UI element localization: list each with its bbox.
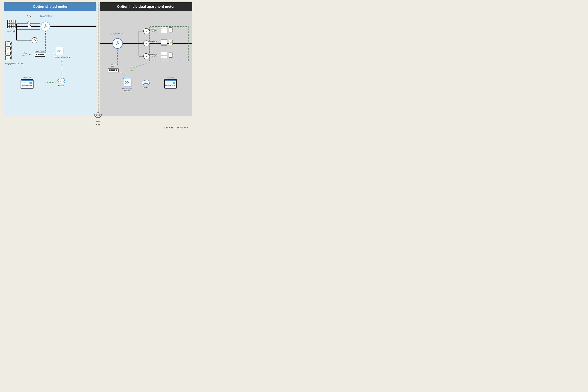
right-network-switch: NetworkSwitch	[108, 64, 119, 73]
svg-text:⚡: ⚡	[170, 29, 172, 31]
chargepilot-meter-label-right: ChargePilot Meter	[110, 33, 123, 34]
apartments-label: Apartments	[7, 30, 16, 32]
svg-rect-70	[26, 85, 28, 86]
svg-text:⚡: ⚡	[6, 57, 9, 60]
svg-point-85	[144, 28, 149, 34]
svg-line-10	[43, 26, 47, 28]
network-switch-icon-left	[34, 52, 46, 57]
svg-rect-136	[165, 82, 170, 83]
right-chargepilot-label: ChargePilot Meter	[110, 33, 123, 34]
chargepilot-meter-label-left: ChargePilot Meter	[40, 15, 52, 17]
grid-label: Grid	[96, 124, 100, 126]
apt2-row: Apartment 2Charging Point 2 ⚡	[149, 39, 174, 46]
svg-text:1: 1	[61, 80, 62, 82]
left-smart-controller: Smart Charging Controller	[55, 46, 71, 58]
svg-rect-69	[24, 85, 26, 86]
right-body: ChargePilot Meter Apartment 1Charging Po…	[100, 11, 192, 116]
apt2-building-icon	[161, 39, 167, 46]
svg-rect-28	[10, 22, 12, 23]
meter-dial-3	[28, 14, 31, 18]
monitoring-label-left: Monitoring	[20, 77, 34, 78]
apt1-label: Apartment 1Charging Point 1	[149, 28, 160, 32]
svg-rect-44	[10, 43, 11, 45]
svg-line-6	[32, 40, 36, 42]
divider	[98, 2, 98, 116]
apt1-row: Apartment 1Charging Point 1 ⚡	[149, 27, 174, 34]
building-icon	[7, 19, 16, 29]
svg-point-9	[41, 22, 50, 31]
tablet-icon-right	[164, 79, 177, 89]
left-charging-stations: ⚡ ⚡ ⚡ ⚡	[5, 42, 23, 65]
svg-rect-68	[22, 85, 24, 86]
svg-rect-58	[40, 54, 42, 55]
svg-rect-60	[55, 47, 63, 55]
svg-rect-134	[165, 80, 176, 82]
svg-rect-30	[8, 24, 10, 24]
cloud-icon-right: 1	[142, 78, 150, 85]
backend-label-left: Backend	[57, 85, 66, 86]
svg-rect-63	[22, 80, 32, 82]
svg-rect-72	[30, 85, 32, 86]
left-apartments: Apartments	[7, 19, 16, 32]
apt3-row: Apartment 3Charging Point 3 ⚡	[149, 52, 174, 58]
svg-point-89	[144, 54, 149, 59]
svg-text:⚡: ⚡	[6, 52, 9, 55]
svg-rect-142	[172, 86, 173, 86]
svg-rect-140	[168, 85, 169, 86]
svg-line-94	[127, 62, 150, 70]
svg-rect-124	[111, 70, 113, 71]
svg-line-86	[145, 31, 147, 32]
smart-controller-icon-left	[55, 46, 64, 55]
smart-controller-label-left: Smart Charging Controller	[55, 56, 71, 58]
apt3-building-icon	[161, 52, 167, 58]
monitoring-label-right: Monitoring	[164, 77, 177, 78]
svg-line-18	[34, 82, 57, 83]
apt1-building-icon	[161, 27, 167, 34]
svg-rect-50	[10, 52, 11, 54]
svg-text:⚡: ⚡	[6, 47, 9, 50]
svg-rect-47	[10, 47, 11, 50]
svg-rect-137	[165, 83, 169, 84]
svg-rect-59	[42, 54, 44, 55]
smart-controller-icon-right	[123, 78, 132, 86]
apt2-charger-icon: ⚡	[168, 40, 174, 46]
main-container: Option shared meter	[4, 2, 192, 116]
right-monitoring: Monitoring	[164, 77, 177, 90]
svg-point-64	[29, 82, 32, 84]
meter-dial-2	[28, 24, 31, 29]
svg-rect-143	[174, 85, 175, 86]
svg-text:1: 1	[145, 82, 146, 84]
right-backend: 1 Backend	[142, 78, 150, 88]
network-switch-label-left: Network Switch	[34, 50, 46, 52]
smart-controller-label-right: Smart ChargingController	[122, 88, 132, 91]
svg-rect-121	[173, 54, 174, 56]
svg-point-5	[32, 38, 37, 43]
svg-rect-126	[116, 70, 117, 71]
apt3-label: Apartment 3Charging Point 3	[149, 53, 160, 57]
tablet-icon-left	[20, 79, 34, 89]
svg-rect-32	[12, 24, 14, 24]
svg-rect-112	[173, 41, 174, 43]
left-chargepilot-label: ChargePilot Meter	[40, 15, 52, 17]
apt3-charger-icon: ⚡	[168, 52, 174, 58]
right-connections	[100, 11, 192, 116]
charging-stations-label-left: Charging Stations (AC + DC)	[5, 63, 23, 65]
svg-rect-123	[109, 70, 110, 71]
left-monitoring: Monitoring	[20, 77, 34, 90]
svg-line-79	[115, 44, 119, 45]
brand-footer: ©THE MOBILITY HOUSE ≫≫≫	[164, 127, 188, 128]
charging-stations-icon: ⚡ ⚡ ⚡ ⚡	[5, 42, 15, 62]
right-panel: Option individual apartment meter	[100, 2, 192, 116]
left-header: Option shared meter	[4, 2, 96, 11]
data-label-right: Data	[130, 70, 134, 71]
svg-rect-95	[161, 27, 167, 33]
network-switch-label-right: NetworkSwitch	[108, 64, 119, 68]
svg-rect-65	[22, 82, 26, 83]
right-title: Option individual apartment meter	[103, 4, 189, 8]
svg-line-90	[145, 56, 147, 58]
apt1-charger-icon: ⚡	[168, 27, 174, 33]
svg-rect-31	[10, 24, 12, 24]
svg-rect-71	[28, 86, 30, 86]
svg-rect-66	[22, 83, 26, 84]
left-body: Apartments ChargePilot Meter	[4, 11, 96, 116]
